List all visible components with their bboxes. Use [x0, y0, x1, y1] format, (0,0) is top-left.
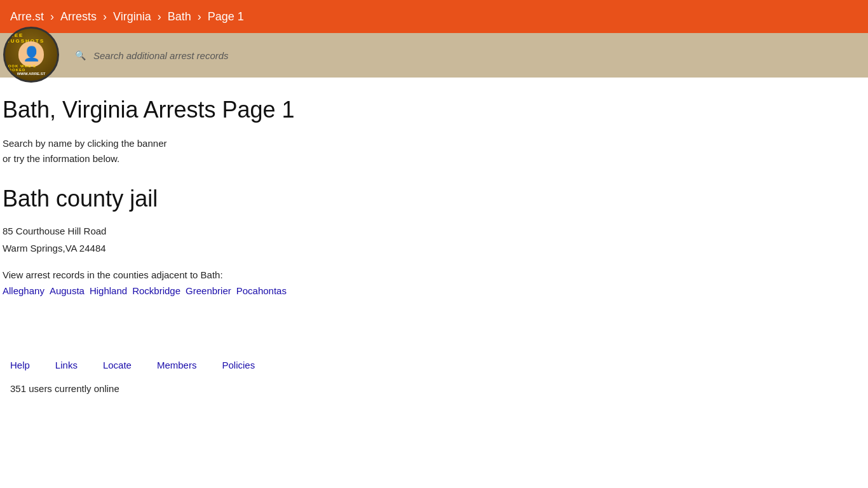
online-users-count: 351 users currently online: [10, 383, 858, 394]
footer-link-locate[interactable]: Locate: [103, 360, 132, 370]
page-title: Bath, Virginia Arrests Page 1: [3, 97, 816, 123]
adjacent-county-greenbrier[interactable]: Greenbrier: [186, 285, 231, 296]
main-content: Bath, Virginia Arrests Page 1 Search by …: [0, 78, 826, 347]
footer-link-help[interactable]: Help: [10, 360, 30, 370]
search-icon: 🔍: [75, 50, 86, 60]
adjacent-county-links: Alleghany Augusta Highland Rockbridge Gr…: [3, 285, 816, 296]
breadcrumb-separator-4: ›: [198, 10, 201, 24]
breadcrumb-page-label: Page 1: [208, 10, 244, 24]
breadcrumb-separator-1: ›: [50, 10, 54, 24]
site-logo[interactable]: FREE MUGSHOTS 👤 Look Who's Booked WWW.AR…: [3, 27, 60, 84]
breadcrumb-bath-link[interactable]: Bath: [168, 10, 191, 24]
adjacent-county-rockbridge[interactable]: Rockbridge: [132, 285, 180, 296]
adjacent-county-alleghany[interactable]: Alleghany: [3, 285, 44, 296]
breadcrumb-virginia-link[interactable]: Virginia: [113, 10, 151, 24]
footer-link-policies[interactable]: Policies: [222, 360, 255, 370]
search-desc-line2: or try the information below.: [3, 153, 119, 164]
footer-link-links[interactable]: Links: [55, 360, 78, 370]
breadcrumb-separator-2: ›: [103, 10, 107, 24]
logo-face-icon: 👤: [18, 41, 44, 67]
adjacent-intro: View arrest records in the counties adja…: [3, 269, 816, 280]
logo-bottom-text: Look Who's Booked: [5, 64, 57, 72]
search-banner-label: Search additional arrest records: [93, 50, 229, 61]
jail-heading: Bath county jail: [3, 186, 816, 212]
logo-url-text: WWW.ARRE.ST: [17, 72, 46, 76]
search-description: Search by name by clicking the banner or…: [3, 136, 816, 166]
breadcrumb-home-link[interactable]: Arre.st: [10, 10, 44, 24]
adjacent-county-augusta[interactable]: Augusta: [50, 285, 85, 296]
adjacent-county-pocahontas[interactable]: Pocahontas: [236, 285, 287, 296]
jail-address-line2: Warm Springs,VA 24484: [3, 243, 106, 254]
top-navigation: Arre.st › Arrests › Virginia › Bath › Pa…: [0, 0, 868, 33]
search-desc-line1: Search by name by clicking the banner: [3, 138, 166, 149]
jail-address-line1: 85 Courthouse Hill Road: [3, 226, 106, 236]
breadcrumb-arrests-link[interactable]: Arrests: [60, 10, 97, 24]
search-banner[interactable]: FREE MUGSHOTS 👤 Look Who's Booked WWW.AR…: [0, 33, 868, 78]
breadcrumb-separator-3: ›: [158, 10, 161, 24]
breadcrumb: Arre.st › Arrests › Virginia › Bath › Pa…: [10, 10, 244, 24]
footer-nav-links: Help Links Locate Members Policies: [10, 360, 858, 370]
footer-link-members[interactable]: Members: [157, 360, 197, 370]
jail-address: 85 Courthouse Hill Road Warm Springs,VA …: [3, 222, 816, 257]
footer: Help Links Locate Members Policies 351 u…: [0, 347, 868, 407]
adjacent-county-highland[interactable]: Highland: [90, 285, 127, 296]
